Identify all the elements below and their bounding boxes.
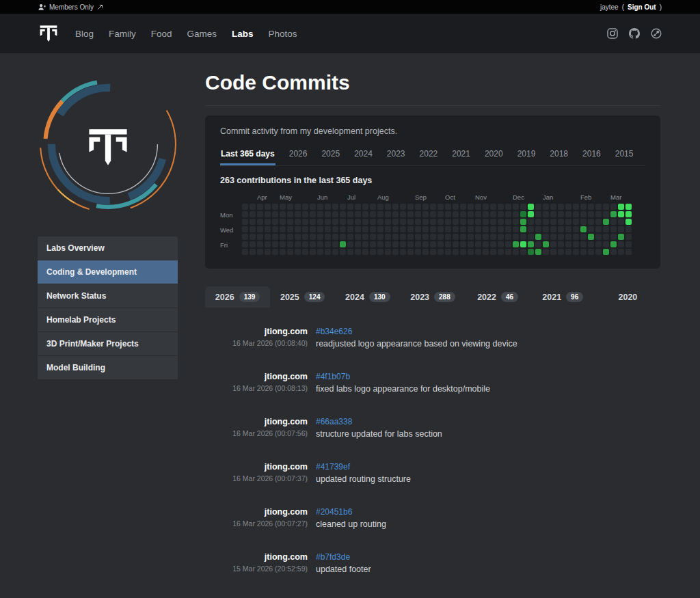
contribution-cell (287, 226, 293, 232)
commit-year-tab[interactable]: 2025 124 (270, 286, 335, 308)
contribution-cell (295, 211, 301, 217)
commit-year-tab[interactable]: 2026 139 (205, 286, 270, 308)
contribution-cell (400, 234, 406, 240)
contribution-cell (505, 249, 511, 255)
contribution-cell (468, 204, 474, 210)
month-label: Aug (377, 193, 389, 201)
month-label: Jan (543, 193, 553, 201)
commit-date: 16 Mar 2026 (00:08:40) (205, 339, 308, 349)
contribution-cell (438, 204, 444, 210)
contribution-cell (265, 226, 271, 232)
activity-tab[interactable]: 2022 (419, 143, 439, 165)
nav-link[interactable]: Games (187, 29, 217, 39)
contribution-cell (468, 241, 474, 247)
contribution-cell (445, 226, 451, 232)
commit-year-tab[interactable]: 2021 96 (530, 286, 595, 308)
contribution-cell (513, 226, 519, 232)
contribution-cell (618, 226, 624, 232)
contribution-cell (550, 219, 556, 225)
contribution-cell (603, 219, 609, 225)
activity-tab[interactable]: 2021 (451, 143, 471, 165)
contribution-cell (558, 241, 564, 247)
commit-hash-link[interactable]: #b7fd3de (316, 552, 660, 562)
nav-link[interactable]: Food (151, 29, 172, 39)
contribution-cell (377, 211, 383, 217)
activity-tab[interactable]: Last 365 days (220, 143, 275, 165)
sidebar-menu-item[interactable]: Homelab Projects (38, 308, 178, 332)
contribution-cell (490, 234, 496, 240)
commit-year-tab[interactable]: 2020 (595, 286, 660, 308)
steam-icon[interactable] (651, 28, 662, 39)
month-label: Nov (475, 193, 487, 201)
day-label: Wed (220, 226, 233, 234)
commit-hash-link[interactable]: #66aa338 (316, 417, 660, 426)
contribution-cell (370, 204, 376, 210)
labs-circular-logo (38, 72, 178, 216)
contribution-cell (325, 211, 331, 217)
activity-tab[interactable]: 2020 (484, 143, 504, 165)
members-only-link[interactable]: Members Only (38, 3, 103, 11)
commit-year-tab[interactable]: 2023 288 (400, 286, 465, 308)
contribution-cell (483, 211, 489, 217)
contribution-cell (257, 234, 263, 240)
activity-tab[interactable]: 2024 (353, 143, 373, 165)
nav-link[interactable]: Blog (75, 29, 94, 39)
sign-out-link[interactable]: Sign Out (628, 3, 656, 11)
contribution-cell (453, 241, 459, 247)
sidebar-menu-item[interactable]: Model Building (38, 356, 178, 380)
commit-hash-link[interactable]: #4f1b07b (316, 372, 660, 381)
year-tab-count-badge: 139 (239, 292, 260, 302)
contribution-cell (242, 211, 248, 217)
activity-tab[interactable]: 2016 (582, 143, 602, 165)
activity-tab[interactable]: 2019 (517, 143, 537, 165)
commit-hash-link[interactable]: #20451b6 (316, 507, 660, 517)
sidebar-menu-item[interactable]: Coding & Development (38, 260, 178, 284)
contribution-cell (317, 234, 323, 240)
contribution-cell (610, 241, 617, 247)
activity-tab[interactable]: 2015 (615, 143, 634, 165)
activity-tab[interactable]: 2026 (288, 143, 308, 165)
contribution-cell (475, 234, 481, 240)
contribution-cell (317, 204, 323, 210)
contribution-cell (272, 204, 278, 210)
contribution-cell (610, 219, 617, 225)
commit-year-tab[interactable]: 2024 130 (335, 286, 400, 308)
contribution-cell (565, 249, 571, 255)
site-logo[interactable] (38, 23, 59, 44)
commit-hash-link[interactable]: #b34e626 (316, 327, 660, 336)
contribution-cell (325, 219, 331, 225)
contribution-cell (498, 234, 504, 240)
contribution-cell (317, 241, 323, 247)
contribution-cell (302, 211, 308, 217)
year-tab-label: 2026 (215, 293, 234, 302)
sidebar-menu-item[interactable]: 3D Print/Maker Projects (38, 332, 178, 356)
commit-entry: jtiong.com #20451b6 16 Mar 2026 (00:07:2… (205, 507, 660, 529)
github-icon[interactable] (629, 28, 640, 39)
commit-hash-link[interactable]: #41739ef (316, 462, 660, 472)
commit-year-tab[interactable]: 2022 46 (466, 286, 530, 308)
contribution-cell (385, 211, 391, 217)
contribution-cell (310, 219, 316, 225)
contribution-cell (377, 219, 383, 225)
contribution-cell (340, 204, 346, 210)
contribution-cell (332, 226, 338, 232)
contribution-cell (618, 211, 624, 217)
contribution-cell (490, 226, 496, 232)
activity-tab[interactable]: 2023 (386, 143, 406, 165)
contribution-cell (355, 234, 361, 240)
instagram-icon[interactable] (607, 28, 618, 39)
commit-date: 15 Mar 2026 (20:52:59) (205, 565, 308, 574)
activity-tab[interactable]: 2018 (549, 143, 569, 165)
contribution-cell (573, 204, 579, 210)
sidebar-menu-item[interactable]: Network Status (38, 284, 178, 308)
activity-tab[interactable]: 2025 (321, 143, 340, 165)
contribution-cell (272, 241, 278, 247)
sidebar-menu-item[interactable]: Labs Overview (38, 236, 178, 260)
contribution-cell (332, 249, 338, 255)
contribution-cell (528, 241, 534, 247)
nav-link[interactable]: Family (109, 29, 136, 39)
contribution-cell (460, 219, 466, 225)
nav-link[interactable]: Labs (232, 29, 254, 39)
nav-link[interactable]: Photos (269, 29, 297, 39)
year-tab-count-badge: 46 (501, 292, 518, 302)
